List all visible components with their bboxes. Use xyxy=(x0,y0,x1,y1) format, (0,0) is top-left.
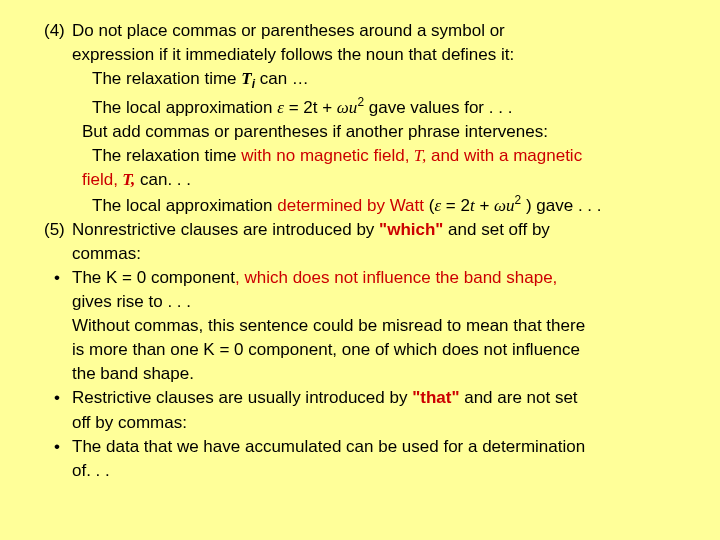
text: + xyxy=(475,196,494,215)
text: of. . . xyxy=(72,461,110,480)
bullet3-line2: of. . . xyxy=(72,460,690,482)
bullet1-line3: Without commas, this sentence could be m… xyxy=(72,315,690,337)
bullet2-line2: off by commas: xyxy=(72,412,690,434)
red-which: "which" xyxy=(379,220,443,239)
text: = 2 xyxy=(441,196,470,215)
text: can. . . xyxy=(135,170,191,189)
rule4-but: But add commas or parentheses if another… xyxy=(82,121,690,143)
superscript-2: 2 xyxy=(357,95,364,109)
symbol-T: T xyxy=(241,69,251,88)
text: expression if it immediately follows the… xyxy=(72,45,514,64)
rule4-ex4: The local approximation determined by Wa… xyxy=(92,193,690,217)
text: and set off by xyxy=(443,220,549,239)
bullet1-line2: gives rise to . . . xyxy=(72,291,690,313)
red-clause: , which does not influence the band shap… xyxy=(235,268,557,287)
text: Do not place commas or parentheses aroun… xyxy=(72,21,505,40)
bullet1-line4: is more than one K = 0 component, one of… xyxy=(72,339,690,361)
bullet-icon: • xyxy=(54,267,72,289)
bullet1-line5: the band shape. xyxy=(72,363,690,385)
rule4-ex2: The local approximation ε = 2t + ωu2 gav… xyxy=(92,95,690,119)
symbol-T-red-bold: T, xyxy=(118,170,135,189)
symbol-omega-u: ωu xyxy=(494,196,515,215)
bullet3-line1: •The data that we have accumulated can b… xyxy=(72,436,690,458)
bullet-icon: • xyxy=(54,387,72,409)
rule4-ex3-line2: field, T, can. . . xyxy=(82,169,690,191)
text: The local approximation xyxy=(92,98,277,117)
text: But add commas or parentheses if another… xyxy=(82,122,548,141)
text: gave values for . . . xyxy=(364,98,512,117)
text: The relaxation time xyxy=(92,146,241,165)
bullet-icon: • xyxy=(54,436,72,458)
text: The relaxation time xyxy=(92,69,241,88)
text: the band shape. xyxy=(72,364,194,383)
slide-body: (4)Do not place commas or parentheses ar… xyxy=(0,0,720,494)
red-that: "that" xyxy=(412,388,459,407)
rule4-number: (4) xyxy=(44,20,72,42)
text: The data that we have accumulated can be… xyxy=(72,437,585,456)
red-phrase: field, xyxy=(82,170,118,189)
rule4-ex3-line1: The relaxation time with no magnetic fie… xyxy=(92,145,690,167)
text: can … xyxy=(255,69,309,88)
text: = 2t + xyxy=(284,98,337,117)
red-phrase: with no magnetic field, xyxy=(241,146,409,165)
text: commas: xyxy=(72,244,141,263)
text: The K = 0 component xyxy=(72,268,235,287)
text: The local approximation xyxy=(92,196,277,215)
text: and are not set xyxy=(459,388,577,407)
rule5-line2: commas: xyxy=(72,243,690,265)
text: off by commas: xyxy=(72,413,187,432)
symbol-epsilon: ε xyxy=(277,98,284,117)
bullet2-line1: •Restrictive clauses are usually introdu… xyxy=(72,387,690,409)
rule5-number: (5) xyxy=(44,219,72,241)
text: is more than one K = 0 component, one of… xyxy=(72,340,580,359)
red-phrase: determined by Watt xyxy=(277,196,429,215)
rule4-line2: expression if it immediately follows the… xyxy=(72,44,690,66)
red-phrase: and with a magnetic xyxy=(426,146,582,165)
text: gives rise to . . . xyxy=(72,292,191,311)
text: Restrictive clauses are usually introduc… xyxy=(72,388,412,407)
symbol-omega-u: ωu xyxy=(337,98,358,117)
rule4-line1: (4)Do not place commas or parentheses ar… xyxy=(72,20,690,42)
bullet1-line1: •The K = 0 component, which does not inf… xyxy=(72,267,690,289)
rule5-line1: (5)Nonrestrictive clauses are introduced… xyxy=(72,219,690,241)
symbol-T-red: T, xyxy=(410,146,427,165)
text: Nonrestrictive clauses are introduced by xyxy=(72,220,379,239)
rule4-ex1: The relaxation time Ti can … xyxy=(92,68,690,93)
text: ) gave . . . xyxy=(521,196,601,215)
text: Without commas, this sentence could be m… xyxy=(72,316,585,335)
